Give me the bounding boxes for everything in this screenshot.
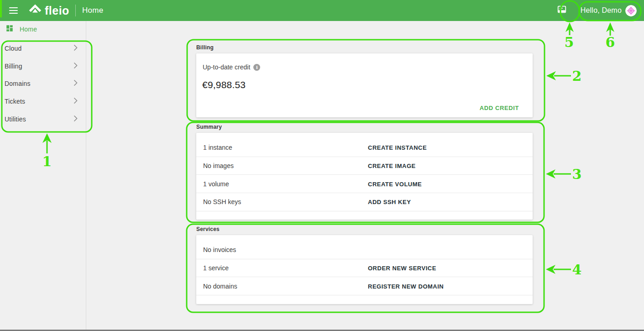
annotation-arrowhead-6 bbox=[606, 22, 614, 32]
summary-row-ssh-keys: No SSH keys ADD SSH KEY bbox=[196, 193, 533, 211]
create-instance-button[interactable]: CREATE INSTANCE bbox=[368, 144, 427, 151]
chevron-right-icon bbox=[73, 62, 78, 70]
appbar-right-group: Hello, Demo bbox=[553, 1, 644, 20]
summary-section: Summary 1 instance CREATE INSTANCE No im… bbox=[196, 124, 533, 220]
sidebar-home-label: Home bbox=[20, 26, 37, 33]
row-label: 1 instance bbox=[203, 144, 232, 151]
credit-label: Up-to-date credit bbox=[203, 63, 250, 71]
sidebar-item-cloud[interactable]: Cloud bbox=[0, 40, 86, 58]
summary-section-title: Summary bbox=[196, 124, 533, 130]
app-bar: fleio Home Hello, Demo bbox=[0, 0, 644, 21]
hamburger-menu-icon[interactable] bbox=[9, 7, 18, 14]
services-row-domains: No domains REGISTER NEW DOMAIN bbox=[196, 277, 533, 295]
fleio-logo[interactable]: fleio bbox=[29, 4, 69, 17]
billing-section-title: Billing bbox=[196, 44, 533, 51]
dashboard-icon bbox=[5, 24, 14, 34]
fleio-logo-icon bbox=[29, 4, 42, 17]
summary-row-images: No images CREATE IMAGE bbox=[196, 157, 533, 175]
summary-row-instances: 1 instance CREATE INSTANCE bbox=[196, 139, 533, 157]
summary-row-volumes: 1 volume CREATE VOLUME bbox=[196, 175, 533, 193]
billing-card: Up-to-date credit i €9,988.53 ADD CREDIT bbox=[196, 53, 533, 117]
chevron-right-icon bbox=[73, 79, 78, 88]
chevron-right-icon bbox=[73, 97, 78, 105]
row-label: No domains bbox=[203, 283, 237, 290]
brand-name: fleio bbox=[45, 5, 69, 16]
info-icon[interactable]: i bbox=[253, 64, 260, 71]
create-volume-button[interactable]: CREATE VOLUME bbox=[368, 180, 422, 187]
add-ssh-key-button[interactable]: ADD SSH KEY bbox=[368, 199, 411, 205]
sidebar: Home Cloud Billing Domains Tickets bbox=[0, 21, 86, 331]
chevron-right-icon bbox=[73, 115, 78, 123]
row-label: No SSH keys bbox=[203, 198, 241, 205]
annotation-arrowhead-2 bbox=[546, 71, 556, 80]
order-new-service-button[interactable]: ORDER NEW SERVICE bbox=[368, 265, 436, 272]
sidebar-item-label: Tickets bbox=[5, 98, 25, 105]
services-row-invoices: No invoices bbox=[196, 241, 533, 259]
annotation-label-3: 3 bbox=[572, 166, 582, 182]
user-greeting[interactable]: Hello, Demo bbox=[581, 6, 622, 15]
annotation-label-2: 2 bbox=[572, 68, 582, 84]
billing-section: Billing Up-to-date credit i €9,988.53 AD… bbox=[196, 44, 533, 117]
sidebar-item-label: Utilities bbox=[5, 116, 26, 123]
row-label: 1 volume bbox=[203, 180, 229, 188]
page-title: Home bbox=[82, 6, 104, 15]
message-icon bbox=[557, 5, 567, 16]
services-row-services: 1 service ORDER NEW SERVICE bbox=[196, 259, 533, 278]
chevron-right-icon bbox=[73, 44, 78, 53]
row-label: No images bbox=[203, 162, 234, 169]
corner-artifact bbox=[0, 0, 2, 17]
annotation-arrowhead-3 bbox=[546, 169, 555, 179]
summary-card: 1 instance CREATE INSTANCE No images CRE… bbox=[196, 133, 533, 220]
annotation-arrowhead-4 bbox=[546, 265, 555, 274]
messages-button[interactable] bbox=[553, 1, 571, 20]
user-avatar[interactable] bbox=[625, 5, 637, 16]
services-section: Services No invoices 1 service ORDER NEW… bbox=[196, 226, 533, 304]
annotation-label-6: 6 bbox=[606, 34, 615, 50]
sidebar-item-label: Cloud bbox=[5, 45, 22, 52]
services-card: No invoices 1 service ORDER NEW SERVICE … bbox=[196, 235, 533, 304]
row-label: 1 service bbox=[203, 264, 229, 272]
annotation-arrowhead-5 bbox=[565, 22, 574, 32]
credit-amount: €9,988.53 bbox=[202, 79, 533, 90]
appbar-divider bbox=[75, 5, 76, 16]
add-credit-button[interactable]: ADD CREDIT bbox=[480, 105, 519, 111]
sidebar-item-label: Billing bbox=[5, 63, 22, 70]
create-image-button[interactable]: CREATE IMAGE bbox=[368, 163, 416, 169]
sidebar-item-tickets[interactable]: Tickets bbox=[0, 93, 86, 110]
annotation-label-5: 5 bbox=[565, 34, 574, 50]
sidebar-item-utilities[interactable]: Utilities bbox=[0, 110, 86, 128]
services-section-title: Services bbox=[196, 226, 533, 232]
sidebar-item-label: Domains bbox=[5, 80, 31, 87]
sidebar-item-billing[interactable]: Billing bbox=[0, 58, 86, 75]
sidebar-item-home[interactable]: Home bbox=[0, 21, 86, 37]
sidebar-menu: Cloud Billing Domains Tickets Utilities bbox=[0, 40, 86, 128]
row-label: No invoices bbox=[203, 246, 236, 253]
annotation-label-4: 4 bbox=[572, 262, 582, 278]
sidebar-item-domains[interactable]: Domains bbox=[0, 75, 86, 93]
register-new-domain-button[interactable]: REGISTER NEW DOMAIN bbox=[368, 283, 444, 289]
